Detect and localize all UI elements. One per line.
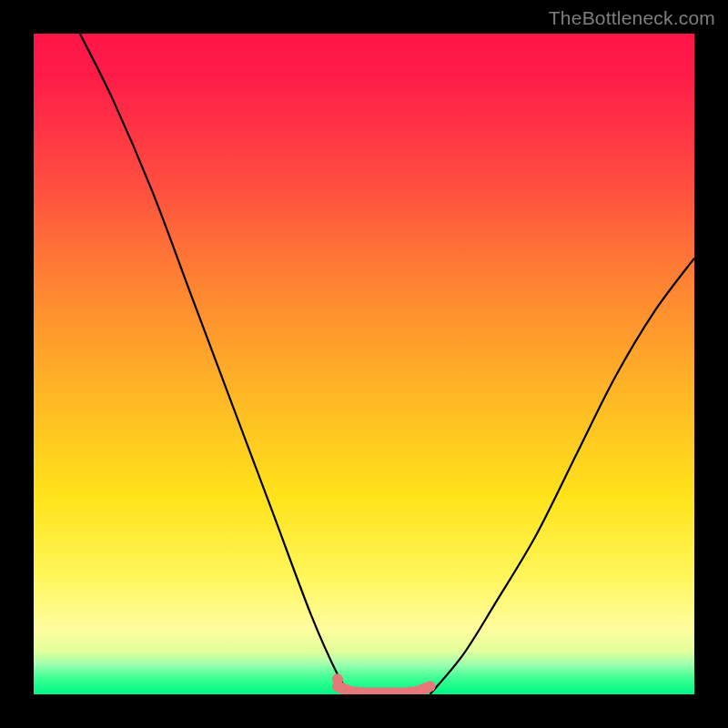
floor-pink-dot xyxy=(332,673,343,684)
chart-frame: TheBottleneck.com xyxy=(0,0,728,728)
left-curve xyxy=(80,34,351,694)
floor-pink-segment xyxy=(338,686,430,693)
chart-svg xyxy=(34,34,694,694)
right-curve xyxy=(430,258,694,694)
plot-area xyxy=(34,34,694,694)
watermark-text: TheBottleneck.com xyxy=(549,7,715,29)
